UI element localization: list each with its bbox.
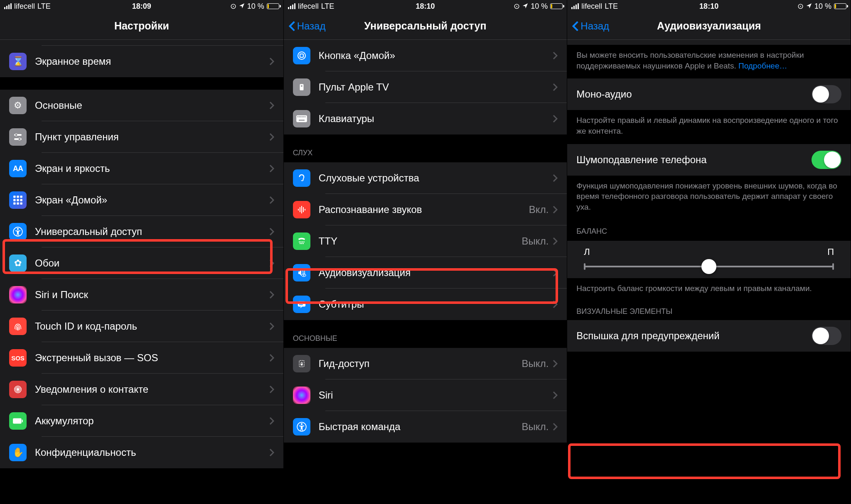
accessibility-icon <box>9 223 27 240</box>
chevron-right-icon <box>269 385 274 394</box>
hourglass-icon: ⌛ <box>9 53 27 70</box>
chevron-right-icon <box>553 115 558 123</box>
chevron-right-icon <box>553 391 558 399</box>
signal-icon <box>571 3 579 9</box>
row-touchid[interactable]: Touch ID и код-пароль <box>0 311 283 342</box>
row-battery[interactable]: Аккумулятор <box>0 405 283 437</box>
svg-rect-46 <box>298 301 305 307</box>
location-icon <box>522 2 528 11</box>
svg-rect-21 <box>300 54 303 57</box>
svg-rect-12 <box>20 202 22 204</box>
apps-grid-icon <box>9 191 27 209</box>
back-label: Назад <box>580 20 609 32</box>
row-general[interactable]: ⚙ Основные <box>0 90 283 121</box>
row-guided-access[interactable]: Гид-доступ Выкл. <box>284 348 567 379</box>
ear-icon <box>293 169 310 187</box>
chevron-right-icon <box>553 83 558 91</box>
nav-title: Универсальный доступ <box>364 20 486 32</box>
row-value: Выкл. <box>522 358 549 369</box>
svg-point-41 <box>300 243 301 244</box>
balance-slider[interactable] <box>584 266 834 267</box>
nav-title: Аудиовизуализация <box>657 20 761 32</box>
row-home-screen[interactable]: Экран «Домой» <box>0 184 283 216</box>
row-home-button[interactable]: Кнопка «Домой» <box>284 40 567 71</box>
svg-rect-48 <box>302 303 305 303</box>
row-wallpaper[interactable]: ✿ Обои <box>0 247 283 279</box>
row-shortcut[interactable]: Быстрая команда Выкл. <box>284 411 567 443</box>
accessibility-icon <box>293 418 310 435</box>
mono-audio-switch[interactable] <box>812 85 841 103</box>
row-exposure[interactable]: Уведомления о контакте <box>0 374 283 405</box>
row-unknown-purple[interactable] <box>0 40 283 46</box>
location-icon <box>239 2 245 11</box>
screen-audiovisual: lifecell LTE 18:10 ⊙ 10 % Назад Аудиовиз… <box>567 0 851 504</box>
row-hearing-devices[interactable]: Слуховые устройства <box>284 162 567 194</box>
battery-percent: 10 % <box>531 2 548 11</box>
nav-title: Настройки <box>114 20 169 32</box>
svg-rect-30 <box>305 116 305 117</box>
svg-rect-5 <box>17 196 19 198</box>
row-value: Выкл. <box>522 235 549 247</box>
hand-icon: ✋ <box>9 444 27 461</box>
row-apple-tv[interactable]: Пульт Apple TV <box>284 71 567 103</box>
row-sound-recognition[interactable]: Распознавание звуков Вкл. <box>284 194 567 225</box>
svg-rect-7 <box>13 199 15 201</box>
row-led-flash[interactable]: Вспышка для предупреждений <box>567 320 851 352</box>
svg-rect-11 <box>17 202 19 204</box>
svg-rect-8 <box>17 199 19 201</box>
row-value: Вкл. <box>529 204 548 215</box>
carrier-label: lifecell <box>581 2 602 11</box>
balance-desc: Настроить баланс громкости между левым и… <box>567 278 851 301</box>
row-sos[interactable]: SOS Экстренный вызов — SOS <box>0 342 283 374</box>
row-privacy[interactable]: ✋ Конфиденциальность <box>0 437 283 468</box>
gear-icon: ⚙ <box>9 97 27 114</box>
row-noise-cancel[interactable]: Шумоподавление телефона <box>567 144 851 176</box>
balance-right-label: П <box>827 247 834 257</box>
speaker-eye-icon <box>293 264 310 281</box>
svg-rect-28 <box>302 116 303 117</box>
back-button[interactable]: Назад <box>289 20 326 32</box>
headphones-desc: Вы можете вносить пользовательские измен… <box>567 45 851 78</box>
row-subtitles[interactable]: Субтитры <box>284 289 567 320</box>
svg-rect-19 <box>22 420 23 423</box>
row-mono-audio[interactable]: Моно-аудио <box>567 78 851 110</box>
svg-rect-51 <box>300 364 303 365</box>
svg-rect-49 <box>299 304 303 305</box>
screen-accessibility: lifecell LTE 18:10 ⊙ 10 % Назад Универса… <box>284 0 568 504</box>
learn-more-link[interactable]: Подробнее… <box>738 61 787 70</box>
row-keyboards[interactable]: Клавиатуры <box>284 103 567 135</box>
row-audio-visual[interactable]: Аудиовизуализация <box>284 257 567 289</box>
svg-rect-6 <box>20 196 22 198</box>
svg-point-38 <box>300 241 301 242</box>
led-flash-switch[interactable] <box>812 327 841 345</box>
svg-point-20 <box>298 52 305 59</box>
section-hearing: СЛУХ <box>284 135 567 162</box>
svg-rect-9 <box>20 199 22 201</box>
battery-icon <box>267 3 279 9</box>
row-accessibility[interactable]: Универсальный доступ <box>0 216 283 247</box>
chevron-right-icon <box>269 417 274 425</box>
svg-point-37 <box>299 241 300 242</box>
back-button[interactable]: Назад <box>572 20 609 32</box>
network-label: LTE <box>321 2 334 11</box>
slider-knob[interactable] <box>701 259 716 274</box>
chevron-right-icon <box>269 228 274 236</box>
chevron-right-icon <box>553 423 558 431</box>
row-value: Выкл. <box>522 421 549 433</box>
svg-point-3 <box>18 138 21 140</box>
alarm-icon: ⊙ <box>797 2 804 11</box>
network-label: LTE <box>37 2 51 11</box>
svg-point-2 <box>15 134 17 136</box>
noise-cancel-switch[interactable] <box>812 151 841 169</box>
section-visual: ВИЗУАЛЬНЫЕ ЭЛЕМЕНТЫ <box>567 301 851 320</box>
svg-rect-25 <box>297 116 298 117</box>
tty-icon <box>293 232 310 250</box>
row-control-center[interactable]: Пункт управления <box>0 121 283 153</box>
row-tty[interactable]: TTY Выкл. <box>284 225 567 257</box>
row-siri[interactable]: Siri <box>284 379 567 411</box>
row-screentime[interactable]: ⌛ Экранное время <box>0 46 283 77</box>
row-display[interactable]: AA Экран и яркость <box>0 153 283 184</box>
row-siri[interactable]: Siri и Поиск <box>0 279 283 311</box>
network-label: LTE <box>605 2 618 11</box>
svg-rect-22 <box>300 84 303 91</box>
